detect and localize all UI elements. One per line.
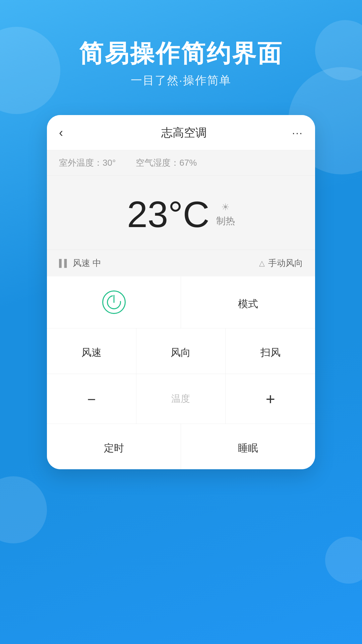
power-arc	[104, 292, 123, 312]
more-button[interactable]: ···	[292, 127, 303, 139]
header-title: 简易操作简约界面	[79, 40, 283, 67]
header-section: 简易操作简约界面 一目了然·操作简单	[79, 40, 283, 88]
sweep-button[interactable]: 扫风	[226, 328, 315, 374]
wind-speed-icon: ▌▌	[59, 259, 69, 268]
wind-bar: ▌▌ 风速 中 △ 手动风向	[47, 250, 315, 276]
wind-speed-label: 风速 中	[73, 257, 101, 269]
humidity: 空气湿度：67%	[136, 157, 197, 169]
temp-increase-button[interactable]: +	[226, 374, 315, 424]
header-subtitle: 一目了然·操作简单	[79, 73, 283, 88]
wind-direction-info: △ 手动风向	[259, 257, 303, 269]
temperature-value: 23°C	[127, 196, 209, 233]
mode-label: 模式	[238, 297, 258, 311]
sweep-label: 扫风	[260, 346, 281, 360]
status-bar: 室外温度：30° 空气湿度：67%	[47, 150, 315, 176]
wind-speed-button[interactable]: 风速	[47, 328, 136, 374]
timer-button[interactable]: 定时	[47, 424, 181, 469]
wind-dir-icon: △	[259, 259, 265, 268]
timer-label: 定时	[104, 441, 124, 455]
sleep-button[interactable]: 睡眠	[181, 424, 315, 469]
control-row-2: 风速 风向 扫风	[47, 328, 315, 374]
control-row-3: － 温度 +	[47, 374, 315, 424]
bg-decoration-1	[0, 27, 60, 114]
sun-icon: ☀	[221, 202, 230, 213]
wind-dir-label: 手动风向	[268, 257, 303, 269]
temp-decrease-button[interactable]: －	[47, 374, 136, 424]
temp-label-cell: 温度	[136, 374, 226, 424]
wind-direction-button[interactable]: 风向	[136, 328, 226, 374]
back-button[interactable]: ‹	[59, 126, 76, 140]
mode-info: ☀ 制热	[216, 202, 235, 227]
control-row-1: 模式	[47, 276, 315, 328]
wind-speed-info: ▌▌ 风速 中	[59, 257, 101, 269]
bg-decoration-4	[0, 476, 47, 543]
wind-speed-ctrl-label: 风速	[81, 346, 102, 360]
outdoor-temp: 室外温度：30°	[59, 157, 116, 169]
temp-increase-icon: +	[266, 390, 275, 408]
control-row-4: 定时 睡眠	[47, 424, 315, 469]
top-bar: ‹ 志高空调 ···	[47, 115, 315, 150]
control-grid: 模式 风速 风向 扫风 － 温度 +	[47, 276, 315, 469]
phone-card: ‹ 志高空调 ··· 室外温度：30° 空气湿度：67% 23°C ☀ 制热 ▌…	[47, 115, 315, 469]
sleep-label: 睡眠	[238, 441, 258, 455]
power-button[interactable]	[47, 276, 181, 328]
temperature-display: 23°C ☀ 制热	[47, 176, 315, 250]
mode-button[interactable]: 模式	[181, 276, 315, 328]
wind-dir-ctrl-label: 风向	[171, 346, 191, 360]
page-title: 志高空调	[161, 125, 207, 141]
temp-decrease-icon: －	[83, 388, 100, 410]
temp-ctrl-label: 温度	[171, 392, 190, 405]
bg-decoration-5	[325, 537, 362, 584]
mode-label: 制热	[216, 215, 235, 227]
power-icon	[102, 290, 126, 314]
